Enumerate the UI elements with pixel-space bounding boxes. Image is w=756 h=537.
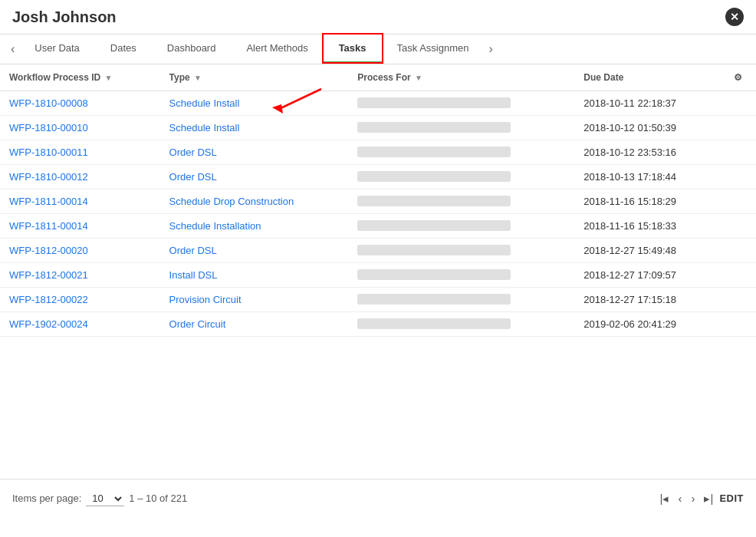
cell-process-for: XXXXXXXXXXXXXXXXXXXXXXX [348, 116, 574, 140]
cell-gear [721, 239, 756, 263]
cell-type[interactable]: Schedule Drop Construction [160, 189, 349, 214]
items-per-page-select[interactable]: 10 5 25 50 100 [86, 491, 124, 506]
cell-gear [721, 263, 756, 288]
col-header-workflow-process-id[interactable]: Workflow Process ID ▼ [0, 64, 160, 91]
tab-tasks[interactable]: Tasks [324, 35, 382, 64]
page-range-text: 1 – 10 of 221 [129, 493, 187, 504]
cell-workflow-id[interactable]: WFP-1812-00022 [0, 288, 160, 312]
first-page-button[interactable]: |◂ [657, 490, 672, 507]
svg-line-0 [279, 89, 321, 109]
tab-task-assignment[interactable]: Task Assignmen [382, 35, 485, 64]
tab-next-button[interactable]: › [484, 35, 497, 64]
cell-process-for: XXXXXXXXXXXXXXXXXXXXXXX [348, 91, 574, 116]
red-arrow-annotation [268, 87, 329, 114]
gear-icon: ⚙ [734, 72, 742, 83]
cell-process-for: XXXXXXXXXXXXXXXXXXXXXXX [348, 214, 574, 239]
cell-due-date: 2018-12-27 17:09:57 [574, 263, 721, 288]
tab-alert-methods[interactable]: Alert Methods [231, 35, 323, 64]
tab-dates[interactable]: Dates [95, 35, 152, 64]
footer-pagination-info: Items per page: 10 5 25 50 100 1 – 10 of… [12, 491, 187, 506]
table-row: WFP-1812-00021Install DSLXXXXXXXXXXXXXXX… [0, 263, 756, 288]
cell-workflow-id[interactable]: WFP-1810-00011 [0, 140, 160, 165]
cell-type[interactable]: Schedule Install [160, 91, 349, 116]
cell-workflow-id[interactable]: WFP-1902-00024 [0, 312, 160, 337]
table-row: WFP-1812-00020Order DSLXXXXXXXXXXXXXXXXX… [0, 239, 756, 263]
sort-icon-type: ▼ [194, 74, 202, 82]
col-header-type[interactable]: Type ▼ [160, 64, 349, 91]
cell-due-date: 2018-12-27 17:15:18 [574, 288, 721, 312]
items-per-page-label: Items per page: [12, 493, 81, 504]
cell-gear [721, 140, 756, 165]
cell-workflow-id[interactable]: WFP-1812-00021 [0, 263, 160, 288]
cell-type[interactable]: Provision Circuit [160, 288, 349, 312]
cell-due-date: 2018-10-13 17:18:44 [574, 165, 721, 189]
col-header-gear[interactable]: ⚙ [721, 64, 756, 91]
cell-process-for: XXXXXXXXXXXXXXXXXXXXXXX [348, 189, 574, 214]
table-row: WFP-1902-00024Order CircuitXXXXXXXXXXXXX… [0, 312, 756, 337]
footer: Items per page: 10 5 25 50 100 1 – 10 of… [0, 479, 756, 517]
cell-workflow-id[interactable]: WFP-1812-00020 [0, 239, 160, 263]
cell-gear [721, 288, 756, 312]
cell-process-for: XXXXXXXXXXXXXXXXXXXXXXX [348, 288, 574, 312]
cell-gear [721, 312, 756, 337]
last-page-button[interactable]: ▸| [701, 490, 716, 507]
col-header-due-date: Due Date [574, 64, 721, 91]
workflow-table: Workflow Process ID ▼ Type ▼ Process For… [0, 64, 756, 337]
cell-type[interactable]: Install DSL [160, 263, 349, 288]
cell-workflow-id[interactable]: WFP-1811-00014 [0, 214, 160, 239]
cell-due-date: 2018-10-12 23:53:16 [574, 140, 721, 165]
table-container: Workflow Process ID ▼ Type ▼ Process For… [0, 64, 756, 479]
cell-gear [721, 214, 756, 239]
cell-type[interactable]: Schedule Install [160, 116, 349, 140]
sort-icon-process: ▼ [415, 74, 422, 82]
cell-type[interactable]: Order DSL [160, 239, 349, 263]
table-row: WFP-1810-00008Schedule InstallXXXXXXXXXX… [0, 91, 756, 116]
next-page-button[interactable]: › [688, 490, 698, 506]
tab-dashboard[interactable]: Dashboard [152, 35, 232, 64]
prev-page-button[interactable]: ‹ [675, 490, 685, 506]
cell-workflow-id[interactable]: WFP-1810-00010 [0, 116, 160, 140]
tab-prev-button[interactable]: ‹ [6, 35, 19, 64]
cell-process-for: XXXXXXXXXXXXXXXXXXXXXXX [348, 263, 574, 288]
cell-due-date: 2018-10-11 22:18:37 [574, 91, 721, 116]
page-title: Josh Johnson [12, 8, 117, 26]
cell-due-date: 2018-12-27 15:49:48 [574, 239, 721, 263]
close-button[interactable]: ✕ [725, 8, 744, 26]
cell-workflow-id[interactable]: WFP-1810-00012 [0, 165, 160, 189]
table-row: WFP-1812-00022Provision CircuitXXXXXXXXX… [0, 288, 756, 312]
cell-gear [721, 91, 756, 116]
cell-process-for: XXXXXXXXXXXXXXXXXXXXXXX [348, 312, 574, 337]
col-header-process-for[interactable]: Process For ▼ [348, 64, 574, 91]
tabs-bar: ‹ User Data Dates Dashboard Alert Method… [0, 35, 756, 64]
table-row: WFP-1810-00012Order DSLXXXXXXXXXXXXXXXXX… [0, 165, 756, 189]
cell-process-for: XXXXXXXXXXXXXXXXXXXXXXX [348, 239, 574, 263]
cell-process-for: XXXXXXXXXXXXXXXXXXXXXXX [348, 165, 574, 189]
table-row: WFP-1811-00014Schedule InstallationXXXXX… [0, 214, 756, 239]
sort-icon-workflow: ▼ [105, 74, 113, 82]
cell-gear [721, 189, 756, 214]
svg-marker-1 [272, 104, 283, 114]
cell-type[interactable]: Schedule Installation [160, 214, 349, 239]
table-row: WFP-1810-00010Schedule InstallXXXXXXXXXX… [0, 116, 756, 140]
tab-user-data[interactable]: User Data [19, 35, 95, 64]
table-row: WFP-1810-00011Order DSLXXXXXXXXXXXXXXXXX… [0, 140, 756, 165]
cell-due-date: 2018-11-16 15:18:33 [574, 214, 721, 239]
cell-gear [721, 116, 756, 140]
cell-gear [721, 165, 756, 189]
cell-workflow-id[interactable]: WFP-1811-00014 [0, 189, 160, 214]
cell-due-date: 2018-11-16 15:18:29 [574, 189, 721, 214]
header: Josh Johnson ✕ [0, 0, 756, 35]
cell-due-date: 2019-02-06 20:41:29 [574, 312, 721, 337]
cell-due-date: 2018-10-12 01:50:39 [574, 116, 721, 140]
cell-workflow-id[interactable]: WFP-1810-00008 [0, 91, 160, 116]
cell-type[interactable]: Order Circuit [160, 312, 349, 337]
cell-type[interactable]: Order DSL [160, 165, 349, 189]
cell-type[interactable]: Order DSL [160, 140, 349, 165]
table-row: WFP-1811-00014Schedule Drop Construction… [0, 189, 756, 214]
edit-button[interactable]: EDIT [719, 493, 744, 504]
cell-process-for: XXXXXXXXXXXXXXXXXXXXXXX [348, 140, 574, 165]
